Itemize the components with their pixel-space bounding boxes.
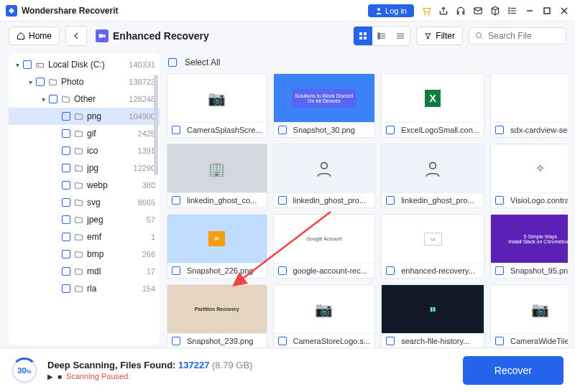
minimize-icon[interactable]: [525, 6, 535, 16]
tree-checkbox[interactable]: [62, 181, 70, 190]
close-icon[interactable]: [559, 6, 569, 16]
file-checkbox[interactable]: [278, 196, 287, 205]
login-button[interactable]: Log in: [368, 4, 414, 17]
file-checkbox[interactable]: [386, 266, 395, 275]
file-checkbox[interactable]: [172, 337, 180, 345]
file-checkbox[interactable]: [495, 266, 504, 275]
tree-item-bmp[interactable]: bmp266: [9, 246, 160, 263]
tree-item-photo[interactable]: ▾Photo138723: [9, 73, 160, 90]
tree-checkbox[interactable]: [62, 215, 70, 224]
search-input[interactable]: [488, 31, 560, 41]
recover-button[interactable]: Recover: [463, 356, 564, 385]
file-checkbox[interactable]: [278, 266, 287, 275]
back-button[interactable]: [65, 26, 87, 46]
tree-item-jpeg[interactable]: jpeg57: [9, 211, 160, 228]
tree-checkbox[interactable]: [23, 60, 32, 69]
tree-item-local-disk-c-[interactable]: ▾Local Disk (C:)140331: [9, 56, 160, 73]
tree-checkbox[interactable]: [62, 267, 70, 276]
file-checkbox[interactable]: [172, 196, 180, 205]
file-card[interactable]: ✉Snapshot_226.png: [167, 214, 267, 279]
file-checkbox[interactable]: [495, 196, 504, 205]
share-icon[interactable]: [438, 6, 448, 16]
file-card[interactable]: Google Accountgoogle-account-rec...: [273, 214, 376, 279]
file-card[interactable]: 📷CameraWideTile.sc...: [490, 284, 568, 347]
tree-label: gif: [87, 129, 135, 139]
file-checkbox[interactable]: [278, 337, 287, 345]
select-all-checkbox[interactable]: [168, 58, 177, 67]
chevron-icon[interactable]: ▾: [29, 78, 36, 86]
tree-checkbox[interactable]: [62, 164, 70, 172]
home-button[interactable]: Home: [9, 27, 60, 45]
file-checkbox[interactable]: [278, 126, 287, 134]
file-checkbox[interactable]: [386, 337, 395, 345]
stop-icon[interactable]: ■: [58, 373, 62, 381]
tree-checkbox[interactable]: [36, 78, 45, 86]
tree-item-webp[interactable]: webp380: [9, 177, 160, 194]
file-card[interactable]: linkedin_ghost_pro...: [381, 144, 484, 208]
tree-item-rla[interactable]: rla154: [9, 280, 160, 297]
svg-rect-23: [378, 35, 380, 37]
file-card[interactable]: Partition RecoverySnapshot_239.png: [167, 284, 267, 347]
tree-item-jpg[interactable]: jpg12290: [9, 159, 160, 177]
tree-item-png[interactable]: png104900: [9, 108, 160, 125]
tree-item-svg[interactable]: svg8665: [9, 194, 160, 211]
maximize-icon[interactable]: [542, 6, 552, 16]
sidebar-scrollbar[interactable]: [154, 75, 158, 175]
file-card[interactable]: 📷CameraSplashScre...: [167, 73, 267, 138]
file-grid: 📷CameraSplashScre...Solutions to Block D…: [167, 73, 568, 347]
file-checkbox[interactable]: [172, 266, 180, 275]
select-all-label: Select All: [185, 57, 220, 67]
file-card[interactable]: ▮▮search-file-history...: [381, 284, 484, 347]
view-detail-button[interactable]: [391, 27, 410, 45]
chevron-icon[interactable]: ▾: [42, 95, 49, 103]
scan-substatus: ▶ ■ Scanning Paused.: [47, 372, 252, 381]
view-grid-button[interactable]: [354, 27, 372, 45]
tree-item-gif[interactable]: gif2425: [9, 125, 160, 142]
file-checkbox[interactable]: [386, 126, 395, 134]
file-card[interactable]: Solutions to Block DiscordOn All Devices…: [273, 73, 376, 138]
tree-checkbox[interactable]: [62, 198, 70, 207]
tree-item-emf[interactable]: emf1: [9, 228, 160, 246]
file-card[interactable]: ✧VisioLogo.contrast-...: [490, 144, 568, 208]
file-card[interactable]: sdx-cardview-separ...: [490, 73, 568, 138]
tree-checkbox[interactable]: [62, 284, 70, 293]
tree-item-ico[interactable]: ico1391: [9, 142, 160, 159]
search-box[interactable]: [469, 27, 566, 45]
tree-label: Photo: [61, 77, 126, 87]
tree-checkbox[interactable]: [62, 250, 70, 258]
tree-checkbox[interactable]: [49, 95, 58, 103]
file-card[interactable]: XExcelLogoSmall.con...: [381, 73, 484, 138]
file-card[interactable]: 📷CameraStoreLogo.s...: [273, 284, 376, 347]
tree-item-other[interactable]: ▾Other128248: [9, 90, 160, 108]
select-all-row[interactable]: Select All: [167, 55, 568, 73]
file-card[interactable]: ▭enhanced-recovery...: [381, 214, 484, 279]
tree-label: png: [87, 111, 126, 121]
tree-label: mdl: [87, 266, 144, 276]
tree-item-mdl[interactable]: mdl17: [9, 263, 160, 280]
tree-checkbox[interactable]: [62, 146, 70, 155]
file-card[interactable]: 🏢linkedin_ghost_co...: [167, 144, 267, 208]
folder-tree: ▾Local Disk (C:)140331▾Photo138723▾Other…: [9, 56, 160, 297]
file-checkbox[interactable]: [172, 126, 180, 134]
tree-checkbox[interactable]: [62, 233, 70, 241]
play-icon[interactable]: ▶: [47, 373, 53, 381]
headphones-icon[interactable]: [456, 6, 466, 16]
mail-icon[interactable]: [473, 6, 483, 16]
cart-icon[interactable]: [421, 6, 431, 16]
list-icon[interactable]: [507, 6, 518, 16]
svg-point-1: [425, 14, 426, 14]
file-checkbox[interactable]: [495, 126, 504, 134]
tree-checkbox[interactable]: [62, 112, 70, 121]
tree-checkbox[interactable]: [62, 129, 70, 138]
filter-button[interactable]: Filter: [416, 27, 463, 45]
chevron-icon[interactable]: ▾: [16, 61, 23, 69]
file-card[interactable]: 5 Simple WaysInstall Slack on Chromebook…: [490, 214, 568, 279]
folder-icon: [48, 78, 58, 87]
file-card[interactable]: linkedin_ghost_pro...: [273, 144, 376, 208]
file-checkbox[interactable]: [495, 337, 504, 345]
svg-point-32: [321, 162, 328, 169]
view-list-button[interactable]: [372, 27, 391, 45]
app-logo-icon: [6, 5, 17, 17]
cube-icon[interactable]: [490, 6, 500, 16]
file-checkbox[interactable]: [386, 196, 395, 205]
